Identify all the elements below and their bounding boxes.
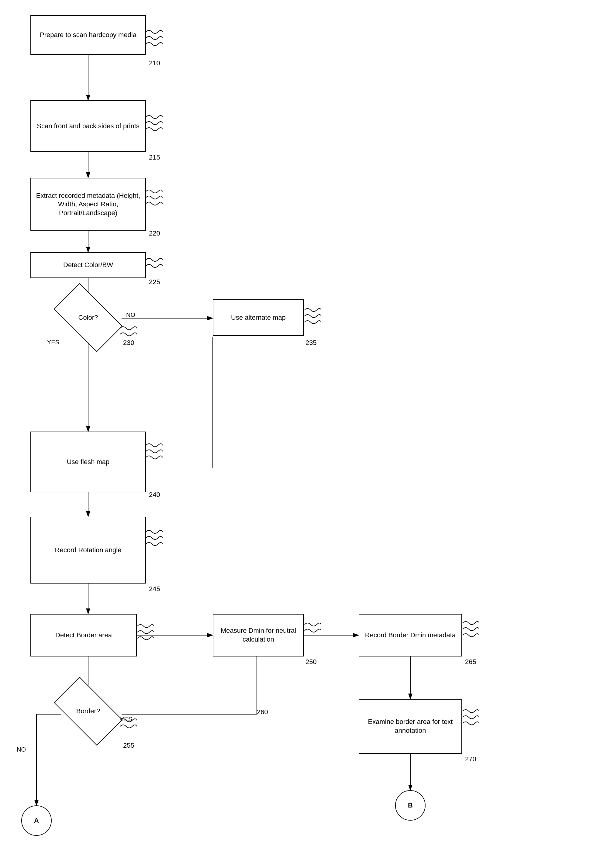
box-border-detect: Detect Border area bbox=[30, 614, 137, 656]
squiggle-1 bbox=[144, 29, 163, 53]
no-label-color: NO bbox=[126, 312, 135, 318]
diamond-border-label: Border? bbox=[58, 693, 118, 729]
box-rotation: Record Rotation angle bbox=[30, 517, 146, 583]
box-prepare: Prepare to scan hardcopy media bbox=[30, 15, 146, 55]
box-record-dmin-label: Record Border Dmin metadata bbox=[365, 631, 456, 640]
flowchart: Prepare to scan hardcopy media 210 Scan … bbox=[0, 0, 600, 868]
diamond-border: Border? bbox=[58, 693, 118, 729]
circle-a: A bbox=[21, 805, 52, 836]
box-rotation-label: Record Rotation angle bbox=[55, 546, 121, 554]
box-measure-dmin: Measure Dmin for neutral calculation bbox=[213, 614, 304, 656]
box-alt-map: Use alternate map bbox=[213, 299, 304, 336]
squiggle-border-detect bbox=[136, 623, 154, 647]
squiggle-flesh bbox=[144, 442, 163, 467]
box-detect-color-label: Detect Color/BW bbox=[63, 261, 113, 270]
squiggle-record-dmin bbox=[461, 620, 479, 644]
squiggle-alt bbox=[303, 307, 321, 328]
box-flesh-map-label: Use flesh map bbox=[67, 458, 110, 467]
box-flesh-map: Use flesh map bbox=[30, 432, 146, 492]
squiggle-3 bbox=[144, 188, 163, 213]
squiggle-2 bbox=[144, 114, 163, 138]
circle-a-label: A bbox=[34, 816, 39, 824]
squiggle-rotation bbox=[144, 529, 163, 553]
box-alt-map-label: Use alternate map bbox=[231, 314, 286, 322]
step-num-270: 270 bbox=[465, 755, 476, 763]
squiggle-examine bbox=[461, 708, 479, 732]
step-num-220: 220 bbox=[149, 229, 160, 237]
step-num-245: 245 bbox=[149, 585, 160, 593]
step-num-240: 240 bbox=[149, 491, 160, 499]
step-num-225: 225 bbox=[149, 278, 160, 286]
no-label-border: NO bbox=[17, 746, 26, 753]
circle-b-label: B bbox=[408, 801, 413, 809]
step-num-230: 230 bbox=[123, 339, 134, 347]
step-num-250: 250 bbox=[306, 658, 317, 666]
diamond-color-label: Color? bbox=[58, 299, 118, 336]
box-examine-border-label: Examine border area for text annotation bbox=[362, 718, 458, 735]
box-scan: Scan front and back sides of prints bbox=[30, 100, 146, 152]
step-num-255: 255 bbox=[123, 742, 134, 750]
box-record-dmin: Record Border Dmin metadata bbox=[359, 614, 462, 656]
circle-b: B bbox=[395, 790, 426, 821]
squiggle-dmin bbox=[303, 621, 321, 646]
yes-label-color: YES bbox=[47, 339, 59, 346]
diamond-color: Color? bbox=[58, 299, 118, 336]
squiggle-diamond2 bbox=[118, 717, 137, 736]
step-num-260: 260 bbox=[257, 708, 268, 716]
box-measure-dmin-label: Measure Dmin for neutral calculation bbox=[217, 626, 300, 644]
step-num-215: 215 bbox=[149, 153, 160, 161]
box-detect-color: Detect Color/BW bbox=[30, 252, 146, 278]
box-examine-border: Examine border area for text annotation bbox=[359, 699, 462, 754]
box-extract: Extract recorded metadata (Height, Width… bbox=[30, 178, 146, 231]
step-num-235: 235 bbox=[306, 339, 317, 347]
box-border-detect-label: Detect Border area bbox=[55, 631, 112, 640]
box-scan-label: Scan front and back sides of prints bbox=[37, 122, 139, 131]
box-prepare-label: Prepare to scan hardcopy media bbox=[40, 31, 136, 39]
squiggle-4 bbox=[144, 257, 163, 275]
step-num-265: 265 bbox=[465, 658, 476, 666]
step-num-210: 210 bbox=[149, 59, 160, 67]
box-extract-label: Extract recorded metadata (Height, Width… bbox=[34, 191, 142, 218]
